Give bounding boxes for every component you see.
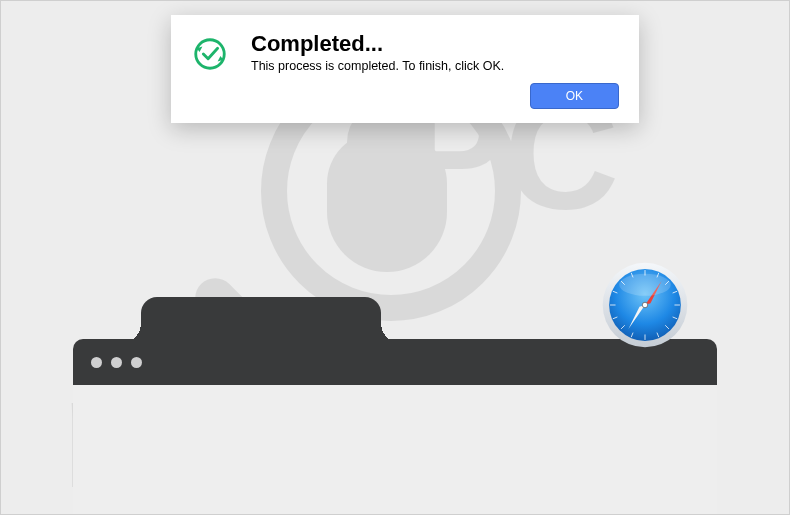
window-control-dot — [111, 357, 122, 368]
window-control-dot — [131, 357, 142, 368]
browser-tab — [141, 297, 381, 343]
checkmark-circle-icon — [191, 35, 229, 73]
browser-page-body — [73, 385, 717, 515]
dialog-content: Completed... This process is completed. … — [251, 31, 619, 73]
safari-browser-icon — [599, 259, 691, 351]
ok-button[interactable]: OK — [530, 83, 619, 109]
completed-dialog: Completed... This process is completed. … — [171, 15, 639, 123]
dialog-title: Completed... — [251, 31, 619, 57]
window-control-dot — [91, 357, 102, 368]
dialog-message: This process is completed. To finish, cl… — [251, 59, 619, 73]
svg-point-21 — [642, 302, 648, 308]
dialog-actions: OK — [191, 83, 619, 109]
dialog-body: Completed... This process is completed. … — [191, 31, 619, 73]
svg-point-23 — [196, 40, 225, 69]
svg-point-22 — [619, 274, 671, 296]
watermark-bug-icon — [327, 132, 447, 272]
